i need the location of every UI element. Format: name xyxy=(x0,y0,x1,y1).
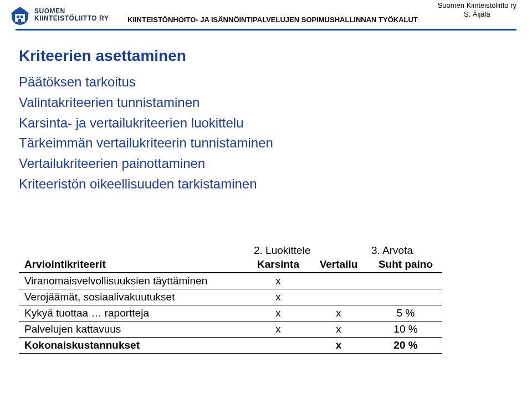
logo-text: SUOMEN KIINTEISTÖLIITTO RY xyxy=(34,8,109,22)
document-title: KIINTEISTÖNHOITO- JA ISÄNNÖINTIPALVELUJE… xyxy=(127,16,418,24)
header-vertailu: Vertailu xyxy=(308,257,369,273)
bullet-item: Tärkeimmän vertailukriteerin tunnistamin… xyxy=(19,134,516,153)
label-arvota: 3. Arvota xyxy=(369,243,442,257)
table-top-labels: 2. Luokittele 3. Arvota xyxy=(19,243,442,257)
bullet-item: Valintakriteerien tunnistaminen xyxy=(19,93,516,113)
table-row: Viranomaisvelvollisuuksien täyttäminen x xyxy=(19,273,442,289)
author-name: S. Äijälä xyxy=(438,10,516,19)
cell-criteria: Verojäämät, sosiaalivakuutukset xyxy=(19,289,248,305)
cell-karsinta: x xyxy=(248,273,308,289)
house-logo-icon xyxy=(9,4,32,25)
cell-vertailu: x xyxy=(308,337,369,353)
table-row: Kykyä tuottaa … raportteja x x 5 % xyxy=(19,305,442,321)
header-right: Suomen Kiinteistöliitto ry S. Äijälä xyxy=(438,1,516,19)
svg-rect-5 xyxy=(18,19,21,22)
cell-karsinta xyxy=(248,337,308,353)
header: SUOMEN KIINTEISTÖLIITTO RY KIINTEISTÖNHO… xyxy=(0,0,532,25)
svg-rect-3 xyxy=(17,16,19,18)
table-row: Verojäämät, sosiaalivakuutukset x xyxy=(19,289,442,305)
cell-criteria: Viranomaisvelvollisuuksien täyttäminen xyxy=(19,273,248,289)
cell-paino: 20 % xyxy=(369,337,442,353)
cell-karsinta: x xyxy=(248,305,308,321)
svg-rect-4 xyxy=(21,16,23,18)
table-row: Kokonaiskustannukset x 20 % xyxy=(19,337,442,353)
org-name: Suomen Kiinteistöliitto ry xyxy=(438,1,516,10)
cell-vertailu: x xyxy=(308,321,369,337)
table-row: Palvelujen kattavuus x x 10 % xyxy=(19,321,442,337)
header-karsinta: Karsinta xyxy=(248,257,308,273)
cell-criteria: Kykyä tuottaa … raportteja xyxy=(19,305,248,321)
logo-line-2: KIINTEISTÖLIITTO RY xyxy=(34,15,109,22)
cell-vertailu xyxy=(308,289,369,305)
cell-paino xyxy=(369,289,442,305)
cell-criteria: Kokonaiskustannukset xyxy=(19,337,248,353)
header-criteria: Arviointikriteerit xyxy=(19,257,248,273)
bullet-item: Vertailukriteerien painottaminen xyxy=(19,154,516,174)
cell-vertailu xyxy=(308,273,369,289)
cell-paino: 5 % xyxy=(369,305,442,321)
cell-paino: 10 % xyxy=(369,321,442,337)
logo-block: SUOMEN KIINTEISTÖLIITTO RY xyxy=(9,4,109,25)
criteria-table: 2. Luokittele 3. Arvota Arviointikriteer… xyxy=(19,243,516,354)
slide-title: Kriteerien asettaminen xyxy=(19,47,516,65)
label-luokittele: 2. Luokittele xyxy=(248,243,369,257)
cell-paino xyxy=(369,273,442,289)
bullet-item: Päätöksen tarkoitus xyxy=(19,73,516,92)
content: Kriteerien asettaminen Päätöksen tarkoit… xyxy=(0,30,532,354)
cell-criteria: Palvelujen kattavuus xyxy=(19,321,248,337)
bullet-list: Päätöksen tarkoitus Valintakriteerien tu… xyxy=(19,73,516,194)
cell-karsinta: x xyxy=(248,289,308,305)
table-header-row: Arviointikriteerit Karsinta Vertailu Suh… xyxy=(19,257,442,273)
cell-karsinta: x xyxy=(248,321,308,337)
cell-vertailu: x xyxy=(308,305,369,321)
bullet-item: Karsinta- ja vertailukriteerien luokitte… xyxy=(19,114,516,133)
header-paino: Suht paino xyxy=(369,257,442,273)
bullet-item: Kriteeristön oikeellisuuden tarkistamine… xyxy=(19,175,516,194)
